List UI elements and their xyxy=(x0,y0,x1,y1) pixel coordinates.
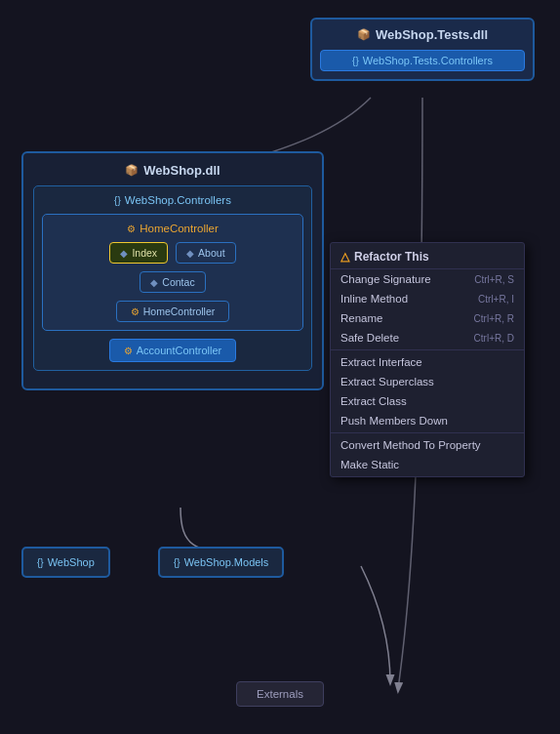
controllers-title: {} WebShop.Controllers xyxy=(42,194,303,206)
menu-item-convert-method[interactable]: Convert Method To Property xyxy=(331,435,524,455)
externals-box: Externals xyxy=(236,681,324,707)
dll-icon2: 📦 xyxy=(125,164,139,177)
menu-item-safe-delete[interactable]: Safe Delete Ctrl+R, D xyxy=(331,328,524,347)
webshop-badge: {} WebShop xyxy=(21,547,110,578)
context-menu-header: △ Refactor This xyxy=(331,245,524,269)
menu-separator2 xyxy=(331,432,524,433)
webshop-models-badge: {} WebShop.Models xyxy=(158,547,284,578)
class-icon: ⚙ xyxy=(127,224,136,234)
method-icon2: ◆ xyxy=(186,248,194,259)
context-menu: △ Refactor This Change Signature Ctrl+R,… xyxy=(330,242,525,477)
menu-item-extract-superclass[interactable]: Extract Superclass xyxy=(331,372,524,391)
tests-dll-title: 📦 WebShop.Tests.dll xyxy=(320,27,525,42)
ns-icon2: {} xyxy=(37,557,44,568)
menu-item-make-static[interactable]: Make Static xyxy=(331,455,524,474)
ns-icon3: {} xyxy=(174,557,180,568)
menu-item-inline-method[interactable]: Inline Method Ctrl+R, I xyxy=(331,289,524,308)
menu-item-rename[interactable]: Rename Ctrl+R, R xyxy=(331,308,524,328)
index-about-row: ◆ Index ◆ About xyxy=(51,242,295,264)
menu-separator xyxy=(331,349,524,350)
about-badge[interactable]: ◆ About xyxy=(176,242,235,264)
menu-item-extract-interface[interactable]: Extract Interface xyxy=(331,352,524,372)
webshop-dll-title: 📦 WebShop.dll xyxy=(33,163,312,178)
account-controller-badge[interactable]: ⚙ AccountController xyxy=(109,339,236,362)
warning-icon: △ xyxy=(340,250,349,264)
method-icon: ◆ xyxy=(120,248,128,259)
namespace-icon: {} xyxy=(352,56,359,66)
webshop-dll-box: 📦 WebShop.dll {} WebShop.Controllers ⚙ H… xyxy=(21,151,324,390)
class-icon2: ⚙ xyxy=(131,306,140,317)
dll-icon: 📦 xyxy=(357,28,371,41)
home-ctrl-inner-badge[interactable]: ⚙ HomeController xyxy=(116,301,230,322)
home-controller-box: ⚙ HomeController ◆ Index ◆ About xyxy=(42,214,303,331)
controllers-box: {} WebShop.Controllers ⚙ HomeController … xyxy=(33,185,312,371)
ns-icon: {} xyxy=(114,195,121,206)
menu-item-change-signature[interactable]: Change Signature Ctrl+R, S xyxy=(331,269,524,289)
class-icon3: ⚙ xyxy=(124,346,133,356)
contact-row: ◆ Contac xyxy=(51,271,295,293)
index-badge[interactable]: ◆ Index xyxy=(109,242,168,264)
home-controller-inner-row: ⚙ HomeController xyxy=(51,301,295,322)
menu-item-push-members-down[interactable]: Push Members Down xyxy=(331,411,524,430)
tests-dll-box: 📦 WebShop.Tests.dll {} WebShop.Tests.Con… xyxy=(310,18,535,81)
home-controller-title: ⚙ HomeController xyxy=(51,223,295,234)
method-icon3: ◆ xyxy=(150,277,158,288)
tests-controllers-badge: {} WebShop.Tests.Controllers xyxy=(320,50,525,71)
contact-badge[interactable]: ◆ Contac xyxy=(140,271,205,293)
menu-item-extract-class[interactable]: Extract Class xyxy=(331,391,524,411)
